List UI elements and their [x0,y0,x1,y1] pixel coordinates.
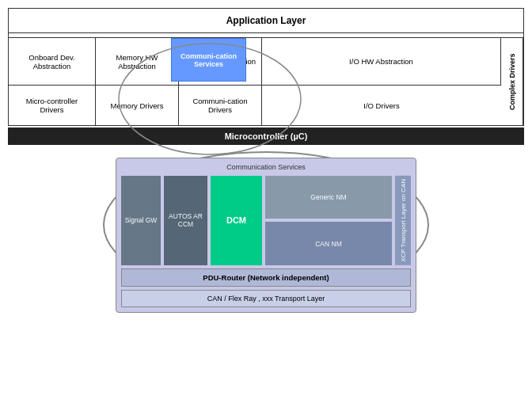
top-block: Application Layer Onboard Dev. Abstracti… [8,8,524,145]
upper-row: Onboard Dev. Abstraction Memory HW Abstr… [9,38,501,86]
comm-services-bubble: Communi-cation Services [171,38,246,82]
bottom-section: Communication Services Signal GW AUTOS A… [8,150,524,321]
autosar-ccm-text: AUTOS AR CCM [167,212,204,228]
top-diagram: Application Layer Onboard Dev. Abstracti… [8,8,524,126]
memory-hw-cell: Memory HW Abstraction [96,38,179,85]
autosar-ccm-box: AUTOS AR CCM [164,176,207,265]
comm-drv-cell: Communi-cation Drivers [179,86,262,125]
io-drv-text: I/O Drivers [363,101,399,110]
comm-services-box-title-text: Communication Services [226,163,306,171]
microcontroller-bar: Microcontroller (µC) [8,127,524,145]
micro-ctrl-text: Micro-controller Drivers [13,97,90,114]
io-hw-cell: I/O HW Abstraction [262,38,501,85]
comm-services-box: Communication Services Signal GW AUTOS A… [116,158,416,313]
comm-services-text: Communi-cation Services [172,52,245,68]
io-hw-text: I/O HW Abstraction [349,57,413,66]
generic-nm-box: Generic NM [265,176,392,219]
complex-drivers-text: Complex Drivers [508,53,516,110]
xcp-transport-box: XCP Transport Layer on CAN [395,176,411,265]
signal-gw-text: Signal GW [125,216,158,224]
xcp-transport-text: XCP Transport Layer on CAN [400,179,407,262]
dcm-box: DCM [211,176,262,265]
onboard-dev-text: Onboard Dev. Abstraction [13,53,90,70]
can-nm-box: CAN NM [265,222,392,264]
comm-inner-row: Signal GW AUTOS AR CCM DCM Generic NM [121,176,411,265]
memory-hw-text: Memory HW Abstraction [101,53,173,70]
comm-drv-text: Communi-cation Drivers [184,97,256,114]
can-flexray-text: CAN / Flex Ray , xxx Transport Layer [207,295,325,303]
can-nm-text: CAN NM [315,240,342,248]
lower-row: Micro-controller Drivers Memory Drivers … [9,86,501,125]
comm-services-box-title: Communication Services [121,163,411,171]
can-flexray-box: CAN / Flex Ray , xxx Transport Layer [121,290,411,307]
generic-nm-text: Generic NM [310,193,346,201]
microcontroller-text: Microcontroller (µC) [225,131,308,141]
app-layer-text: Application Layer [226,15,306,26]
pdu-router-box: PDU-Router (Network independent) [121,268,411,287]
complex-drivers-bar: Complex Drivers [501,38,523,125]
signal-gw-box: Signal GW [121,176,161,265]
app-layer-cell: Application Layer [9,9,523,33]
io-drv-cell: I/O Drivers [262,86,501,125]
onboard-dev-cell: Onboard Dev. Abstraction [9,38,96,85]
nm-area: Generic NM CAN NM [265,176,392,265]
memory-drv-text: Memory Drivers [110,101,163,110]
pdu-router-text: PDU-Router (Network independent) [203,273,329,282]
micro-ctrl-cell: Micro-controller Drivers [9,86,96,125]
dcm-text: DCM [226,215,246,225]
memory-drv-cell: Memory Drivers [96,86,179,125]
main-container: Application Layer Onboard Dev. Abstracti… [0,0,532,411]
